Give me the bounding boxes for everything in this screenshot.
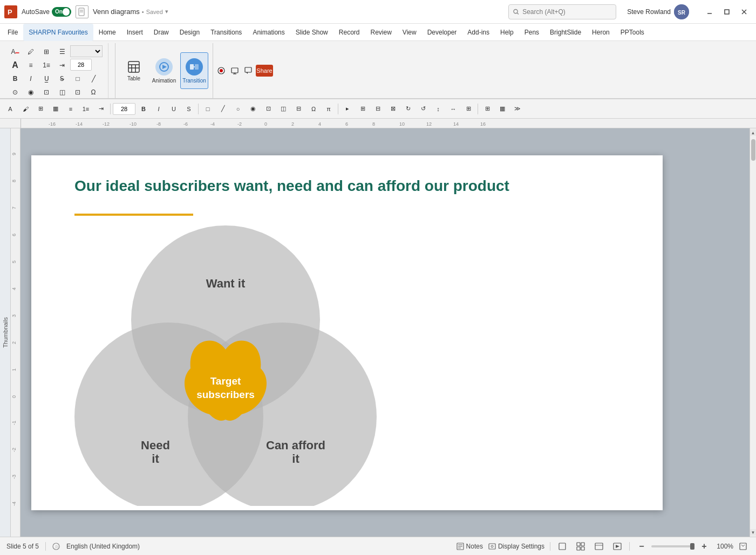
tb2-highlight-btn[interactable]: 🖌 — [18, 102, 32, 116]
right-scrollbar[interactable]: ▲ ▼ — [750, 128, 756, 537]
tb2-table-btn[interactable]: ⊞ — [480, 102, 494, 116]
special-btn[interactable]: Ω — [86, 86, 101, 99]
fill-btn[interactable]: ⊡ — [70, 86, 85, 99]
menu-slideshow[interactable]: Slide Show — [290, 24, 333, 41]
grid-view-btn[interactable] — [574, 540, 587, 553]
display-settings-btn[interactable]: Display Settings — [488, 543, 544, 550]
list-num-btn[interactable]: 1≡ — [39, 59, 54, 72]
scroll-up-btn[interactable]: ▲ — [750, 129, 757, 136]
menu-transitions[interactable]: Transitions — [205, 24, 247, 41]
close-button[interactable] — [737, 6, 752, 18]
tb2-arrange1[interactable]: ⊡ — [261, 102, 275, 116]
share-btn[interactable]: Share — [256, 65, 273, 77]
presenter-view-btn[interactable] — [611, 540, 624, 553]
tb2-arrange2[interactable]: ◫ — [276, 102, 290, 116]
tb2-group[interactable]: ⊞ — [461, 102, 475, 116]
tb2-bold[interactable]: B — [137, 102, 151, 116]
border-btn[interactable]: ⊡ — [39, 86, 54, 99]
menu-pens[interactable]: Pens — [519, 24, 544, 41]
comment-btn[interactable] — [242, 65, 254, 77]
search-input[interactable] — [522, 8, 611, 16]
tb2-arrange3[interactable]: ⊟ — [291, 102, 305, 116]
thumbnails-panel[interactable]: Thumbnails — [0, 128, 11, 537]
tb2-italic[interactable]: I — [152, 102, 166, 116]
shape-eq[interactable]: ◉ — [23, 86, 38, 99]
maximize-button[interactable] — [719, 6, 734, 18]
scroll-thumb[interactable] — [751, 139, 755, 161]
menu-record[interactable]: Record — [333, 24, 365, 41]
menu-file[interactable]: File — [2, 24, 23, 41]
tb2-num-btn[interactable]: 1≡ — [79, 102, 93, 116]
tb2-shape3[interactable]: ○ — [231, 102, 245, 116]
tb2-list-btn[interactable]: ≡ — [64, 102, 78, 116]
font-color-btn[interactable]: A▬ — [8, 45, 23, 58]
shadow-btn[interactable]: ◫ — [55, 86, 70, 99]
zoom-slider[interactable] — [651, 545, 694, 547]
strikethrough-btn[interactable]: S̶ — [55, 72, 70, 85]
tb2-more2[interactable]: ≫ — [510, 102, 525, 116]
reading-view-btn[interactable] — [592, 540, 605, 553]
notes-btn[interactable]: Notes — [457, 543, 483, 550]
tb2-symbol[interactable]: Ω — [307, 102, 321, 116]
menu-pptools[interactable]: PPTools — [615, 24, 650, 41]
list-btn[interactable]: ≡ — [23, 59, 38, 72]
menu-insert[interactable]: Insert — [121, 24, 148, 41]
minimize-button[interactable] — [702, 6, 717, 18]
font-size-large[interactable]: A — [8, 59, 23, 72]
bold-btn[interactable]: B — [8, 72, 23, 85]
table-button[interactable]: Table — [120, 52, 148, 89]
menu-addins[interactable]: Add-ins — [462, 24, 495, 41]
tb2-color-btn[interactable]: A — [3, 102, 17, 116]
tb2-cols-btn[interactable]: ▦ — [495, 102, 509, 116]
accessibility-btn[interactable]: ⚐ — [52, 543, 60, 550]
menu-heron[interactable]: Heron — [587, 24, 615, 41]
tb2-flip1[interactable]: ↕ — [431, 102, 445, 116]
shape-rect[interactable]: □ — [70, 72, 85, 85]
menu-draw[interactable]: Draw — [148, 24, 174, 41]
indent-btn[interactable]: ⇥ — [55, 59, 70, 72]
tb2-shape2[interactable]: ╱ — [216, 102, 230, 116]
tb2-font-size[interactable] — [113, 103, 135, 115]
tb2-more1[interactable]: ▸ — [340, 102, 355, 116]
tb2-shape1[interactable]: □ — [201, 102, 215, 116]
tb2-eq[interactable]: π — [322, 102, 336, 116]
shape-line[interactable]: ╱ — [86, 72, 101, 85]
italic-btn[interactable]: I — [23, 72, 38, 85]
transition-button[interactable]: Transition — [180, 52, 208, 89]
slide-area[interactable]: Our ideal subscribers want, need and can… — [21, 128, 756, 537]
animation-button[interactable]: Animation — [150, 52, 178, 89]
tb2-underline[interactable]: U — [167, 102, 181, 116]
font-color-select[interactable] — [70, 45, 103, 57]
tb2-strikethrough[interactable]: S — [182, 102, 196, 116]
menu-design[interactable]: Design — [174, 24, 205, 41]
tb2-flip2[interactable]: ↔ — [446, 102, 460, 116]
normal-view-btn[interactable] — [556, 540, 569, 553]
slide-canvas[interactable]: Our ideal subscribers want, need and can… — [31, 155, 663, 510]
tb2-grid-btn[interactable]: ⊞ — [33, 102, 47, 116]
menu-developer[interactable]: Developer — [422, 24, 462, 41]
format-btn1[interactable]: ⊞ — [39, 45, 54, 58]
dropdown-arrow[interactable]: ▾ — [165, 8, 168, 15]
menu-review[interactable]: Review — [365, 24, 397, 41]
tb2-align3[interactable]: ⊠ — [386, 102, 400, 116]
zoom-out-btn[interactable]: − — [635, 540, 648, 553]
shape-more[interactable]: ⊙ — [8, 86, 23, 99]
autosave-toggle[interactable]: On — [52, 7, 71, 17]
menu-animations[interactable]: Animations — [247, 24, 290, 41]
tb2-indent-btn[interactable]: ⇥ — [94, 102, 108, 116]
search-box[interactable] — [508, 4, 616, 19]
menu-brightslide[interactable]: BrightSlide — [544, 24, 587, 41]
fit-slide-btn[interactable] — [737, 540, 750, 553]
menu-sharpn[interactable]: SHARPN Favourites — [23, 24, 93, 41]
tb2-shape4[interactable]: ◉ — [246, 102, 260, 116]
menu-view[interactable]: View — [397, 24, 422, 41]
highlight-btn[interactable]: 🖊 — [23, 45, 38, 58]
tb2-col-btn[interactable]: ▦ — [49, 102, 63, 116]
underline-btn[interactable]: U̲ — [39, 72, 54, 85]
tb2-align1[interactable]: ⊞ — [356, 102, 370, 116]
format-btn2[interactable]: ☰ — [55, 45, 70, 58]
menu-help[interactable]: Help — [495, 24, 519, 41]
tb2-rotate2[interactable]: ↺ — [416, 102, 430, 116]
menu-home[interactable]: Home — [93, 24, 121, 41]
zoom-in-btn[interactable]: + — [698, 540, 711, 553]
